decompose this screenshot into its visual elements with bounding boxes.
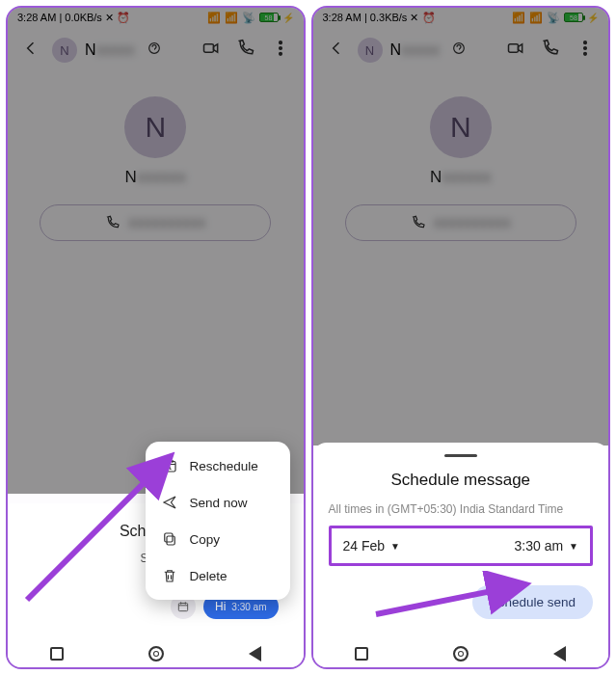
alarm-icon: ⏰ xyxy=(422,12,436,23)
menu-label: Reschedule xyxy=(190,459,258,473)
nav-recents[interactable] xyxy=(50,647,64,661)
charging-icon: ⚡ xyxy=(587,13,599,23)
more-button[interactable] xyxy=(267,35,294,66)
battery-icon: 58 xyxy=(259,13,279,22)
button-label: Schedule send xyxy=(490,595,576,609)
contact-name-header[interactable]: Nxxxxx xyxy=(85,41,135,59)
nav-recents[interactable] xyxy=(355,647,368,661)
net-speed: | 0.3KB/s xyxy=(364,12,407,23)
timezone-note: All times in (GMT+05:30) India Standard … xyxy=(329,501,594,518)
net-speed: | 0.0KB/s xyxy=(59,12,101,23)
svg-point-3 xyxy=(279,47,281,50)
chat-header: N Nxxxxx xyxy=(8,27,304,73)
contact-name: Nxxxxxx xyxy=(125,168,186,187)
back-button[interactable] xyxy=(17,35,44,66)
nav-back[interactable] xyxy=(249,646,261,662)
battery-icon: 58 xyxy=(564,13,583,22)
phone-number: xxxxxxxxxx xyxy=(434,214,511,231)
voice-call-button[interactable] xyxy=(232,35,259,66)
time-value: 3:30 am xyxy=(515,538,564,554)
sheet-grabber[interactable] xyxy=(444,454,477,458)
signal-icon-2: 📶 xyxy=(225,12,238,24)
nav-home[interactable] xyxy=(453,646,469,662)
phone-number: xxxxxxxxxx xyxy=(128,214,205,231)
svg-rect-1 xyxy=(203,44,213,52)
video-call-button[interactable] xyxy=(502,35,529,66)
contact-name-header[interactable]: Nxxxxx xyxy=(390,41,441,59)
menu-label: Send now xyxy=(190,496,248,510)
svg-point-14 xyxy=(584,53,587,56)
voice-call-button[interactable] xyxy=(537,35,564,66)
contact-name: Nxxxxxx xyxy=(430,168,491,187)
svg-rect-5 xyxy=(178,604,187,611)
contact-block: N Nxxxxxx xxxxxxxxxx xyxy=(8,73,304,255)
date-value: 24 Feb xyxy=(343,538,386,554)
avatar-large: N xyxy=(124,96,186,158)
signal-icon: 📶 xyxy=(512,12,525,24)
ear-icon xyxy=(451,40,467,60)
contact-block: N Nxxxxxx xxxxxxxxxx xyxy=(313,73,609,255)
menu-copy[interactable]: Copy xyxy=(146,521,290,557)
date-picker[interactable]: 24 Feb ▼ xyxy=(343,538,401,554)
message-time: 3:30 am xyxy=(231,602,266,612)
svg-point-13 xyxy=(584,47,587,50)
dnd-icon: ✕ xyxy=(410,12,418,23)
signal-icon-2: 📶 xyxy=(529,12,543,24)
time-picker[interactable]: 3:30 am ▼ xyxy=(515,538,579,554)
nav-home[interactable] xyxy=(148,646,164,662)
clock: 3:28 AM xyxy=(17,12,56,23)
schedule-send-button[interactable]: Schedule send xyxy=(472,585,593,619)
call-bubble[interactable]: xxxxxxxxxx xyxy=(345,204,576,241)
menu-reschedule[interactable]: Reschedule xyxy=(146,447,290,484)
status-bar: 3:28 AM | 0.3KB/s ✕ ⏰ 📶 📶 📡 58 ⚡ xyxy=(313,8,609,27)
menu-label: Copy xyxy=(190,532,221,547)
svg-rect-8 xyxy=(164,533,172,542)
phone-left: 3:28 AM | 0.0KB/s ✕ ⏰ 📶 📶 📡 58 ⚡ N Nxxxx… xyxy=(6,6,306,669)
wifi-icon: 📡 xyxy=(547,12,560,24)
back-button[interactable] xyxy=(323,35,350,66)
menu-label: Delete xyxy=(190,569,228,583)
wifi-icon: 📡 xyxy=(242,12,255,24)
svg-rect-7 xyxy=(167,536,174,545)
menu-delete[interactable]: Delete xyxy=(146,557,290,594)
nav-bar xyxy=(8,646,304,662)
avatar-small[interactable]: N xyxy=(52,38,77,63)
more-button[interactable] xyxy=(572,35,599,66)
nav-back[interactable] xyxy=(553,646,566,662)
status-bar: 3:28 AM | 0.0KB/s ✕ ⏰ 📶 📶 📡 58 ⚡ xyxy=(8,8,304,27)
dnd-icon: ✕ xyxy=(105,12,114,23)
call-bubble[interactable]: xxxxxxxxxx xyxy=(40,204,271,241)
sheet-title: Schedule message xyxy=(329,471,594,490)
avatar-large: N xyxy=(430,96,492,158)
svg-point-12 xyxy=(584,41,587,44)
svg-point-4 xyxy=(279,53,281,56)
video-call-button[interactable] xyxy=(198,35,225,66)
clock: 3:28 AM xyxy=(323,12,362,23)
datetime-row-highlight: 24 Feb ▼ 3:30 am ▼ xyxy=(329,526,594,566)
menu-send-now[interactable]: Send now xyxy=(146,484,290,521)
avatar-small[interactable]: N xyxy=(358,38,383,63)
caret-down-icon: ▼ xyxy=(569,541,578,552)
alarm-icon: ⏰ xyxy=(117,12,130,23)
caret-down-icon: ▼ xyxy=(390,541,400,552)
nav-bar xyxy=(313,646,609,662)
schedule-message-sheet: Schedule message All times in (GMT+05:30… xyxy=(313,443,609,667)
message-text: Hi xyxy=(215,600,226,613)
phone-right: 3:28 AM | 0.3KB/s ✕ ⏰ 📶 📶 📡 58 ⚡ N Nxxxx… xyxy=(311,6,611,669)
context-menu: Reschedule Send now Copy Delete xyxy=(146,442,290,600)
signal-icon: 📶 xyxy=(207,12,221,24)
ear-icon xyxy=(147,40,162,60)
svg-point-2 xyxy=(279,41,281,44)
charging-icon: ⚡ xyxy=(282,13,294,23)
svg-rect-11 xyxy=(509,44,519,52)
chat-header: N Nxxxxx xyxy=(313,27,609,73)
